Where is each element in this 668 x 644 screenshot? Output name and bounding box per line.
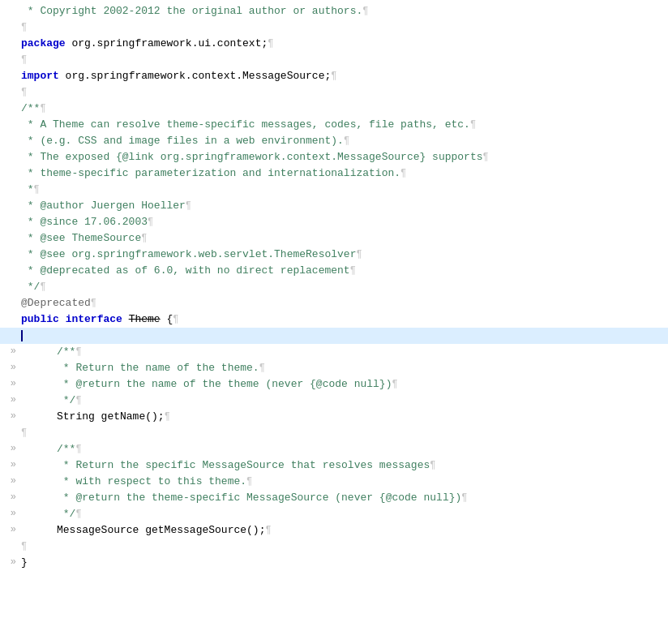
token-pilcrow: ¶ — [75, 395, 81, 406]
line-content: ¶ — [19, 539, 666, 555]
line-content: * theme-specific parameterization and in… — [19, 165, 666, 182]
line-content: */¶ — [19, 279, 666, 295]
code-line: * @see ThemeSource¶ — [0, 230, 668, 247]
code-line: » * Return the specific MessageSource th… — [0, 457, 668, 474]
line-content: /**¶ — [19, 441, 666, 457]
token-comment: /** — [57, 346, 75, 358]
token-comment: * Return the name of the theme. — [57, 362, 259, 374]
code-line: » * @return the theme-specific MessageSo… — [0, 490, 668, 506]
line-content: * @return the theme-specific MessageSour… — [19, 490, 666, 506]
code-line: » String getName();¶ — [0, 409, 668, 425]
line-content: */¶ — [19, 393, 666, 409]
token-pilcrow: ¶ — [148, 217, 153, 228]
line-gutter: » — [2, 506, 19, 521]
token-kw: public — [21, 313, 59, 325]
code-editor: * Copyright 2002-2012 the original autho… — [0, 0, 668, 574]
token-comment: /** — [21, 102, 40, 114]
code-line: ¶ — [0, 19, 668, 36]
line-gutter: » — [2, 490, 19, 504]
line-content: * @since 17.06.2003¶ — [19, 214, 666, 230]
line-content: ¶ — [19, 84, 666, 101]
line-content: * @return the name of the theme (never {… — [19, 376, 666, 393]
token-comment: * with respect to this theme. — [57, 475, 246, 487]
line-content: * @see ThemeSource¶ — [19, 230, 666, 247]
code-line: » */¶ — [0, 506, 668, 522]
code-line: » /**¶ — [0, 441, 668, 457]
token-kw: package — [21, 37, 66, 49]
token-pilcrow: ¶ — [483, 152, 489, 163]
token-comment: * The exposed {@link org.springframework… — [21, 151, 483, 163]
token-comment: * — [21, 183, 34, 195]
token-pilcrow: ¶ — [430, 460, 435, 471]
line-gutter: » — [2, 376, 19, 391]
code-line: ¶ — [0, 425, 668, 441]
line-content — [19, 328, 666, 344]
code-line: */¶ — [0, 279, 668, 295]
token-plain — [59, 313, 66, 325]
token-pilcrow: ¶ — [400, 168, 406, 179]
token-pilcrow: ¶ — [34, 184, 40, 195]
line-content: * (e.g. CSS and image files in a web env… — [19, 133, 666, 149]
code-line: * (e.g. CSS and image files in a web env… — [0, 133, 668, 149]
line-gutter: » — [2, 555, 19, 569]
token-pilcrow: ¶ — [259, 363, 265, 374]
line-content: /**¶ — [19, 344, 666, 360]
token-pilcrow: ¶ — [21, 54, 27, 66]
token-plain: org.springframework.ui.context; — [66, 37, 268, 49]
line-content: MessageSource getMessageSource();¶ — [19, 522, 666, 539]
line-content: String getName();¶ — [19, 409, 666, 425]
token-comment: * A Theme can resolve theme-specific mes… — [21, 118, 470, 131]
token-comment: * theme-specific parameterization and in… — [21, 167, 400, 179]
code-line — [0, 328, 668, 344]
code-line: *¶ — [0, 182, 668, 198]
token-plain: } — [21, 556, 28, 569]
line-content: ¶ — [19, 425, 666, 441]
code-line: » /**¶ — [0, 344, 668, 360]
token-comment: */ — [21, 281, 40, 293]
line-gutter: » — [2, 522, 19, 537]
text-cursor — [21, 330, 23, 341]
code-line: » */¶ — [0, 393, 668, 409]
code-line: » * @return the name of the theme (never… — [0, 376, 668, 393]
token-pilcrow: ¶ — [331, 71, 336, 82]
line-gutter: » — [2, 344, 19, 358]
token-comment: * @see org.springframework.web.servlet.T… — [21, 248, 356, 260]
line-gutter: » — [2, 409, 19, 423]
token-pilcrow: ¶ — [21, 427, 27, 439]
line-content: */¶ — [19, 506, 666, 522]
token-comment: * Return the specific MessageSource that… — [57, 459, 430, 471]
token-pilcrow: ¶ — [470, 119, 476, 131]
token-comment: /** — [57, 443, 75, 455]
token-kw: import — [21, 70, 59, 82]
code-line: ¶ — [0, 539, 668, 555]
token-pilcrow: ¶ — [91, 298, 96, 309]
line-gutter: » — [2, 393, 19, 407]
code-line: public interface Theme {¶ — [0, 311, 668, 328]
line-content: * A Theme can resolve theme-specific mes… — [19, 117, 666, 133]
token-pilcrow: ¶ — [40, 103, 45, 114]
token-comment: */ — [57, 394, 75, 406]
code-line: * @author Juergen Hoeller¶ — [0, 198, 668, 214]
line-content: * @deprecated as of 6.0, with no direct … — [19, 263, 666, 279]
code-line: ¶ — [0, 84, 668, 101]
token-pilcrow: ¶ — [265, 525, 271, 536]
code-line: * @see org.springframework.web.servlet.T… — [0, 247, 668, 263]
token-pilcrow: ¶ — [173, 314, 178, 325]
token-pilcrow: ¶ — [165, 411, 170, 423]
token-pilcrow: ¶ — [268, 38, 273, 49]
token-pilcrow: ¶ — [344, 135, 349, 147]
line-content: ¶ — [19, 19, 666, 36]
code-line: * theme-specific parameterization and in… — [0, 165, 668, 182]
code-line: » * with respect to this theme.¶ — [0, 474, 668, 490]
line-content: * Copyright 2002-2012 the original autho… — [19, 3, 666, 19]
token-kw: interface — [66, 313, 122, 325]
token-plain — [122, 313, 129, 325]
token-comment: * @return the name of the theme (never {… — [57, 378, 392, 390]
token-pilcrow: ¶ — [75, 509, 81, 520]
token-pilcrow: ¶ — [186, 200, 191, 212]
token-pilcrow: ¶ — [362, 6, 368, 17]
token-plain: { — [161, 313, 173, 325]
token-pilcrow: ¶ — [141, 233, 147, 244]
token-pilcrow: ¶ — [246, 476, 252, 487]
token-plain: String getName(); — [57, 410, 165, 423]
